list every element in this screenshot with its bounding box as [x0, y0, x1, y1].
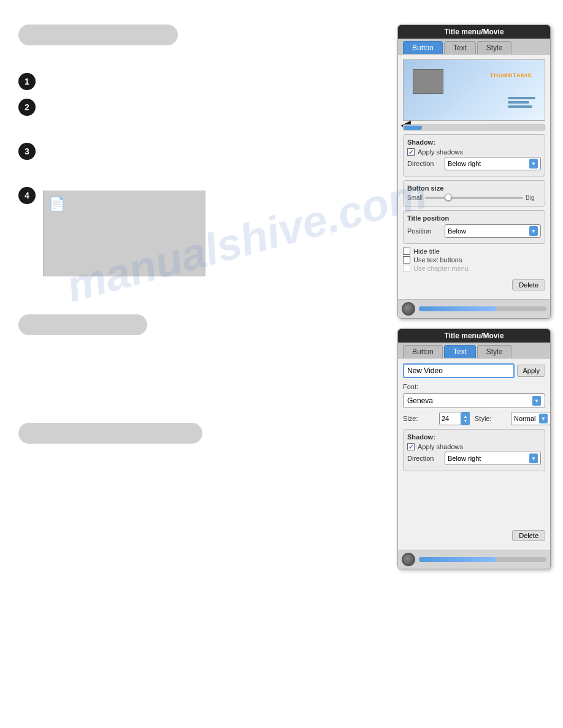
panel-2-titlebar: Title menu/Movie [398, 329, 550, 343]
use-chapter-menu-checkbox [403, 265, 410, 272]
doc-icon: 📄 [48, 196, 65, 212]
shadow-section-1: Shadow: ✓ Apply shadows Direction Below … [403, 134, 545, 176]
panel-2-footer [398, 550, 550, 569]
big-label: Big [526, 194, 541, 201]
delete-button-1[interactable]: Delete [512, 279, 545, 290]
tab-button-2[interactable]: Button [403, 345, 443, 358]
direction-row-1: Direction Below right ▼ [407, 157, 541, 170]
use-chapter-menu-row: Use chapter menu [403, 265, 545, 272]
preview-title-text: THUMBTANIC [490, 72, 532, 78]
delete-button-2[interactable]: Delete [512, 530, 545, 541]
tab-style-1[interactable]: Style [477, 41, 512, 54]
style-label: Style: [475, 415, 508, 422]
hide-title-row: Hide title [403, 248, 545, 255]
use-text-buttons-checkbox[interactable] [403, 256, 410, 264]
direction-select-2[interactable]: Below right ▼ [445, 452, 541, 465]
dvd-icon-1 [402, 302, 415, 316]
apply-shadows-checkbox-1[interactable]: ✓ [407, 148, 415, 156]
check-mark-2: ✓ [408, 444, 413, 450]
step-item-4: 4 📄 [18, 186, 386, 276]
panel-1-preview: THUMBTANIC [403, 59, 545, 121]
font-value: Geneva [407, 396, 433, 405]
style-select[interactable]: Normal ▼ [511, 412, 551, 425]
button-size-section: Button size Small Big [403, 180, 545, 207]
title-position-title: Title position [407, 214, 541, 222]
tab-style-2[interactable]: Style [477, 345, 512, 358]
apply-button[interactable]: Apply [517, 365, 545, 377]
apply-shadows-row-2: ✓ Apply shadows [407, 443, 541, 450]
tab-text-2[interactable]: Text [444, 345, 476, 358]
size-label: Size: [403, 415, 437, 422]
preview-lines [508, 97, 535, 108]
use-text-buttons-row: Use text buttons [403, 256, 545, 264]
direction-value-2: Below right [448, 455, 481, 462]
preview-box: 📄 [43, 191, 205, 276]
slider-track-1[interactable] [425, 197, 523, 199]
pill-label-1 [18, 25, 178, 45]
hide-title-label: Hide title [413, 248, 440, 255]
pill-label-2 [18, 314, 147, 335]
preview-line-2 [508, 101, 529, 104]
progress-bar-2 [419, 557, 546, 562]
position-arrow: ▼ [529, 226, 538, 236]
apply-shadows-checkbox-2[interactable]: ✓ [407, 443, 415, 450]
step-item-3: 3 [18, 142, 386, 160]
use-chapter-menu-label: Use chapter menu [413, 265, 469, 272]
small-label: Small [407, 194, 423, 201]
style-value: Normal [514, 415, 535, 422]
checkboxes-section-1: Hide title Use text buttons Use chapter … [403, 248, 545, 272]
position-select[interactable]: Below ▼ [445, 224, 541, 238]
position-label: Position [407, 227, 441, 235]
shadow-title-1: Shadow: [407, 138, 541, 146]
panel-1: Title menu/Movie Button Text Style THUMB… [397, 25, 551, 319]
direction-label-1: Direction [407, 160, 441, 167]
dvd-icon-2 [402, 553, 415, 566]
slider-row-1: Small Big [407, 194, 541, 201]
direction-arrow-2: ▼ [529, 453, 538, 463]
text-input-row: Apply [403, 363, 545, 378]
style-field: Style: Normal ▼ [475, 412, 551, 425]
apply-shadows-label-2: Apply shadows [418, 443, 463, 450]
shadow-section-2: Shadow: ✓ Apply shadows Direction Below … [403, 429, 545, 471]
panel-2-tabs: Button Text Style [398, 343, 550, 358]
preview-line-1 [508, 97, 535, 99]
panel-1-tabs: Button Text Style [398, 39, 550, 55]
size-field: Size: 24 ▲ ▼ [403, 412, 470, 425]
position-value: Below [448, 227, 466, 235]
position-row: Position Below ▼ [407, 224, 541, 238]
scrollbar-h-1[interactable] [403, 124, 545, 131]
progress-fill-2 [419, 557, 496, 562]
panel-2-body: Apply Font: Geneva ▼ Size: 24 [398, 358, 550, 550]
step-number-3: 3 [18, 143, 36, 160]
tab-text-1[interactable]: Text [444, 41, 476, 54]
preview-line-3 [508, 105, 532, 108]
slider-thumb-1 [445, 194, 452, 201]
pill-label-3 [18, 423, 202, 444]
scroll-thumb-1 [404, 126, 422, 130]
direction-row-2: Direction Below right ▼ [407, 452, 541, 465]
font-select[interactable]: Geneva ▼ [403, 393, 545, 408]
apply-shadows-row-1: ✓ Apply shadows [407, 148, 541, 156]
title-position-section: Title position Position Below ▼ [403, 210, 545, 244]
progress-bar-1 [419, 306, 546, 311]
direction-arrow-1: ▼ [529, 159, 538, 169]
step-number-2: 2 [18, 99, 36, 116]
preview-thumbnail [413, 69, 443, 94]
use-text-buttons-label: Use text buttons [413, 256, 462, 264]
text-input-field[interactable] [403, 363, 515, 378]
size-input[interactable]: 24 [439, 412, 461, 425]
main-content: 1 2 3 4 📄 [18, 25, 386, 470]
panel-container: Title menu/Movie Button Text Style THUMB… [397, 25, 551, 569]
tab-button-1[interactable]: Button [403, 41, 443, 54]
size-value: 24 [442, 415, 449, 422]
progress-fill-1 [419, 306, 496, 311]
direction-select-1[interactable]: Below right ▼ [445, 157, 541, 170]
panel-1-titlebar: Title menu/Movie [398, 25, 550, 39]
hide-title-checkbox[interactable] [403, 248, 410, 255]
apply-shadows-label-1: Apply shadows [418, 148, 463, 156]
size-stepper[interactable]: ▲ ▼ [461, 412, 470, 425]
direction-value-1: Below right [448, 160, 481, 167]
panel-2: Title menu/Movie Button Text Style Apply… [397, 328, 551, 569]
font-arrow: ▼ [532, 396, 541, 406]
style-arrow: ▼ [539, 414, 548, 423]
